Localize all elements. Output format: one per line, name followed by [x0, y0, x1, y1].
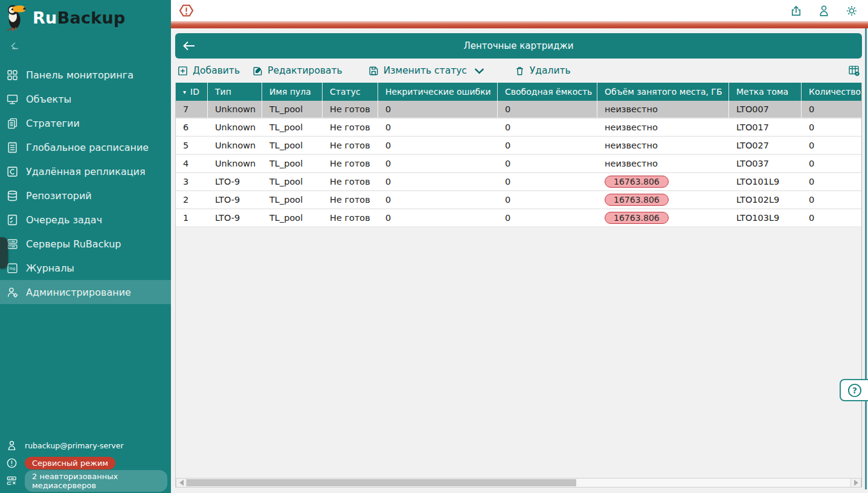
used-space-badge: 16763.806 [605, 212, 669, 224]
cell-label: LTO017 [729, 119, 802, 136]
add-button[interactable]: Добавить [177, 65, 240, 77]
sidebar-item-label: Удалённая репликация [26, 166, 146, 177]
objects-icon [6, 93, 19, 106]
cell-errors: 0 [378, 209, 498, 226]
column-header-6[interactable]: Объём занятого места, ГБ [597, 83, 729, 101]
cell-count: 0 [802, 209, 861, 226]
cell-label: LTO007 [729, 101, 802, 118]
add-button-label: Добавить [193, 65, 240, 76]
cell-label: LTO102L9 [729, 191, 802, 208]
used-space-badge: 16763.806 [605, 194, 669, 206]
cell-pool: TL_pool [262, 119, 323, 136]
cell-count: 0 [802, 173, 861, 190]
column-header-0[interactable]: ▾ID [176, 83, 208, 101]
column-header-2[interactable]: Имя пула [262, 83, 323, 101]
user-icon [6, 440, 18, 451]
table-row[interactable]: 4UnknownTL_poolНе готов00неизвестноLTO03… [176, 155, 861, 173]
alert-hexagon-icon[interactable] [178, 2, 194, 19]
cell-id: 2 [176, 191, 208, 208]
plus-square-icon [177, 65, 188, 77]
column-header-label: Количество [809, 87, 861, 97]
scroll-right-button[interactable] [850, 479, 861, 487]
table-row[interactable]: 1LTO-9TL_poolНе готов0016763.806LTO103L9… [176, 209, 861, 227]
column-header-7[interactable]: Метка тома [729, 83, 802, 101]
tasks-icon [6, 214, 19, 226]
column-header-label: Метка тома [736, 87, 788, 97]
column-header-8[interactable]: Количество [802, 83, 861, 101]
sidebar-item-repository[interactable]: Репозиторий [0, 183, 171, 208]
help-button[interactable] [840, 379, 868, 401]
sidebar-item-tasks[interactable]: Очередь задач [0, 208, 171, 232]
cell-count: 0 [802, 137, 861, 154]
sidebar-item-replication[interactable]: Удалённая репликация [0, 159, 171, 183]
cell-type: LTO-9 [208, 209, 262, 226]
column-settings-icon[interactable] [847, 64, 861, 77]
cell-free: 0 [498, 119, 597, 136]
cell-errors: 0 [378, 119, 498, 136]
sidebar-footer: rubackup@primary-server Сервисный режим … [0, 437, 171, 489]
cell-status: Не готов [323, 101, 378, 118]
sidebar-menu: Панель мониторинга Объекты Стратегии Гло… [0, 63, 171, 304]
table-row[interactable]: 7UnknownTL_poolНе готов00неизвестноLTO00… [176, 101, 861, 119]
sidebar-item-strategies[interactable]: Стратегии [0, 111, 171, 135]
sidebar-item-administration[interactable]: Администрирование [0, 280, 171, 304]
cell-free: 0 [498, 209, 597, 226]
settings-gear-icon[interactable] [845, 4, 858, 17]
cell-status: Не готов [323, 137, 378, 154]
cell-label: LTO027 [729, 137, 802, 154]
media-servers-badge[interactable]: 2 неавторизованных медиасерверов [25, 470, 167, 492]
warning-icon [6, 457, 18, 469]
service-mode-badge[interactable]: Сервисный режим [25, 457, 115, 469]
table-row[interactable]: 6UnknownTL_poolНе готов00неизвестноLTO01… [176, 119, 861, 137]
cell-pool: TL_pool [262, 173, 323, 190]
horizontal-scrollbar[interactable] [176, 478, 861, 488]
alert-strip [171, 21, 868, 28]
chevron-down-icon [474, 65, 485, 77]
delete-button[interactable]: Удалить [514, 65, 571, 77]
scrollbar-thumb[interactable] [187, 479, 576, 486]
column-header-1[interactable]: Тип [208, 83, 262, 101]
cell-label: LTO101L9 [729, 173, 802, 190]
table-row[interactable]: 3LTO-9TL_poolНе готов0016763.806LTO101L9… [176, 173, 861, 191]
administration-icon [6, 286, 19, 299]
servers-icon [6, 238, 19, 250]
cell-count: 0 [802, 155, 861, 172]
collapse-sidebar-icon[interactable] [8, 41, 22, 52]
media-servers-row: 2 неавторизованных медиасерверов [4, 472, 167, 489]
sidebar-item-label: Журналы [26, 262, 74, 274]
current-user-row: rubackup@primary-server [4, 437, 167, 454]
profile-icon[interactable] [817, 4, 831, 17]
delete-button-label: Удалить [530, 65, 571, 76]
sidebar-item-schedule[interactable]: Глобальное расписание [0, 135, 171, 159]
cell-status: Не готов [323, 209, 378, 226]
sidebar-item-logs[interactable]: Журналы [0, 256, 171, 280]
sidebar-item-servers[interactable]: Серверы RuBackup [0, 232, 171, 256]
cell-count: 0 [802, 119, 861, 136]
column-header-3[interactable]: Статус [323, 83, 378, 101]
table-row[interactable]: 2LTO-9TL_poolНе готов0016763.806LTO102L9… [176, 191, 861, 209]
cell-id: 7 [176, 101, 208, 118]
change-status-button[interactable]: Изменить статус [368, 65, 485, 77]
column-header-5[interactable]: Свободная ёмкость [498, 83, 597, 101]
cell-pool: TL_pool [262, 101, 323, 118]
edit-button[interactable]: Редактировать [252, 65, 342, 77]
sidebar-item-objects[interactable]: Объекты [0, 87, 171, 111]
cell-pool: TL_pool [262, 209, 323, 226]
schedule-icon [6, 141, 19, 154]
cell-status: Не готов [323, 173, 378, 190]
table-row[interactable]: 5UnknownTL_poolНе готов00неизвестноLTO02… [176, 137, 861, 155]
cell-type: LTO-9 [208, 191, 262, 208]
back-button[interactable] [175, 33, 203, 59]
drawer-handle[interactable] [0, 237, 8, 269]
sidebar-item-dashboard[interactable]: Панель мониторинга [0, 63, 171, 87]
cell-used: неизвестно [597, 155, 729, 172]
cell-errors: 0 [378, 173, 498, 190]
cell-used: неизвестно [597, 137, 729, 154]
cell-pool: TL_pool [262, 191, 323, 208]
column-header-label: Свободная ёмкость [505, 87, 592, 97]
sidebar-item-label: Глобальное расписание [26, 142, 149, 153]
cell-free: 0 [498, 155, 597, 172]
scroll-left-button[interactable] [176, 479, 187, 487]
upload-icon[interactable] [789, 4, 803, 17]
column-header-4[interactable]: Некритические ошибки [378, 83, 498, 101]
